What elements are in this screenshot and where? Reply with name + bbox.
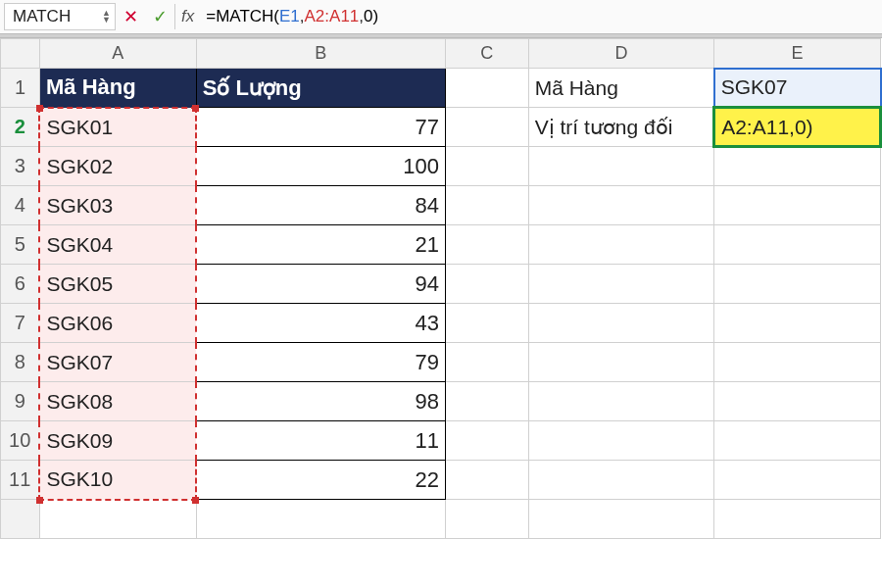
cell[interactable] (39, 500, 196, 539)
formula-prefix: =MATCH( (206, 7, 279, 25)
cell-A8[interactable]: SGK07 (39, 343, 196, 382)
row-11: 11SGK1022 (1, 461, 881, 500)
cell[interactable] (445, 382, 528, 421)
name-box[interactable]: MATCH ▲ ▼ (4, 3, 116, 30)
row-10: 10SGK0911 (1, 421, 881, 461)
row-header[interactable]: 9 (1, 382, 40, 421)
cell-B9[interactable]: 98 (196, 382, 445, 421)
row-header[interactable]: 10 (1, 421, 40, 461)
accept-button[interactable]: ✓ (145, 6, 174, 27)
cell[interactable] (528, 265, 714, 304)
cell-B2[interactable]: 77 (196, 108, 445, 147)
row-header[interactable]: 11 (1, 461, 40, 500)
cell-B8[interactable]: 79 (196, 343, 445, 382)
cell-B4[interactable]: 84 (196, 186, 445, 225)
cell-A9[interactable]: SGK08 (39, 382, 196, 421)
cell[interactable] (445, 421, 528, 461)
select-all-corner[interactable] (1, 39, 40, 69)
range-handle-icon[interactable] (36, 105, 43, 112)
row-header[interactable]: 4 (1, 186, 40, 225)
formula-input[interactable]: =MATCH(E1,A2:A11,0) (200, 7, 882, 26)
cell-E2-active[interactable]: A2:A11,0) (714, 108, 881, 147)
cell-B10[interactable]: 11 (196, 421, 445, 461)
row-header[interactable] (1, 500, 40, 539)
cell-C1[interactable] (445, 69, 528, 108)
cell-D2[interactable]: Vị trí tương đối (528, 108, 714, 147)
cell[interactable] (445, 304, 528, 343)
row-header[interactable]: 3 (1, 147, 40, 186)
cell[interactable] (445, 225, 528, 265)
range-handle-icon[interactable] (36, 497, 43, 504)
cell-C2[interactable] (445, 108, 528, 147)
cell[interactable] (445, 500, 528, 539)
cell-B1[interactable]: Số Lượng (196, 69, 445, 108)
cell-A10[interactable]: SGK09 (39, 421, 196, 461)
cell-D1[interactable]: Mã Hàng (528, 69, 714, 108)
cell[interactable] (445, 186, 528, 225)
cell[interactable] (196, 500, 445, 539)
row-header[interactable]: 5 (1, 225, 40, 265)
cell[interactable] (445, 147, 528, 186)
cell-A7[interactable]: SGK06 (39, 304, 196, 343)
col-header-A[interactable]: A (39, 39, 196, 69)
cell[interactable] (714, 421, 881, 461)
cell[interactable] (445, 265, 528, 304)
cell[interactable] (528, 382, 714, 421)
spreadsheet-grid[interactable]: A B C D E 1 Mã Hàng Số Lượng Mã Hàng SGK… (0, 38, 882, 539)
cell[interactable] (528, 186, 714, 225)
cell-E1[interactable]: SGK07 (714, 69, 881, 108)
cell[interactable] (714, 147, 881, 186)
row-6: 6SGK0594 (1, 265, 881, 304)
row-header[interactable]: 7 (1, 304, 40, 343)
name-box-stepper[interactable]: ▲ ▼ (102, 10, 111, 24)
cell[interactable] (714, 382, 881, 421)
cell[interactable] (714, 500, 881, 539)
cell[interactable] (528, 147, 714, 186)
cell-B3[interactable]: 100 (196, 147, 445, 186)
chevron-down-icon[interactable]: ▼ (102, 17, 111, 24)
cell[interactable] (528, 304, 714, 343)
range-handle-icon[interactable] (192, 105, 199, 112)
formula-ref2: A2:A11 (305, 7, 360, 25)
cell[interactable] (528, 225, 714, 265)
cell-A11[interactable]: SGK10 (39, 461, 196, 500)
check-icon: ✓ (153, 7, 168, 26)
row-header[interactable]: 6 (1, 265, 40, 304)
col-header-E[interactable]: E (714, 39, 881, 69)
cell-A3[interactable]: SGK02 (39, 147, 196, 186)
row-9: 9SGK0898 (1, 382, 881, 421)
cell[interactable] (445, 461, 528, 500)
col-header-B[interactable]: B (196, 39, 445, 69)
cell-A1[interactable]: Mã Hàng (39, 69, 196, 108)
cell[interactable] (714, 265, 881, 304)
col-header-C[interactable]: C (445, 39, 528, 69)
row-2: 2 SGK01 77 Vị trí tương đối A2:A11,0) (1, 108, 881, 147)
cell-B7[interactable]: 43 (196, 304, 445, 343)
cell[interactable] (528, 421, 714, 461)
formula-tail: 0) (364, 7, 378, 25)
cell[interactable] (445, 343, 528, 382)
row-header[interactable]: 8 (1, 343, 40, 382)
cell-A2[interactable]: SGK01 (39, 108, 196, 147)
cell[interactable] (714, 304, 881, 343)
cell[interactable] (714, 186, 881, 225)
row-header[interactable]: 2 (1, 108, 40, 147)
cell-A5[interactable]: SGK04 (39, 225, 196, 265)
col-header-D[interactable]: D (528, 39, 714, 69)
range-handle-icon[interactable] (192, 497, 199, 504)
cell-B11[interactable]: 22 (196, 461, 445, 500)
row-header[interactable]: 1 (1, 69, 40, 108)
cell[interactable] (714, 343, 881, 382)
cell[interactable] (714, 461, 881, 500)
cell[interactable] (528, 500, 714, 539)
cell-A6[interactable]: SGK05 (39, 265, 196, 304)
cell[interactable] (528, 461, 714, 500)
cell-B5[interactable]: 21 (196, 225, 445, 265)
cell-B6[interactable]: 94 (196, 265, 445, 304)
cell-A4[interactable]: SGK03 (39, 186, 196, 225)
fx-label[interactable]: fx (174, 4, 200, 29)
cancel-button[interactable]: ✕ (116, 6, 145, 27)
cell[interactable] (528, 343, 714, 382)
row-8: 8SGK0779 (1, 343, 881, 382)
cell[interactable] (714, 225, 881, 265)
